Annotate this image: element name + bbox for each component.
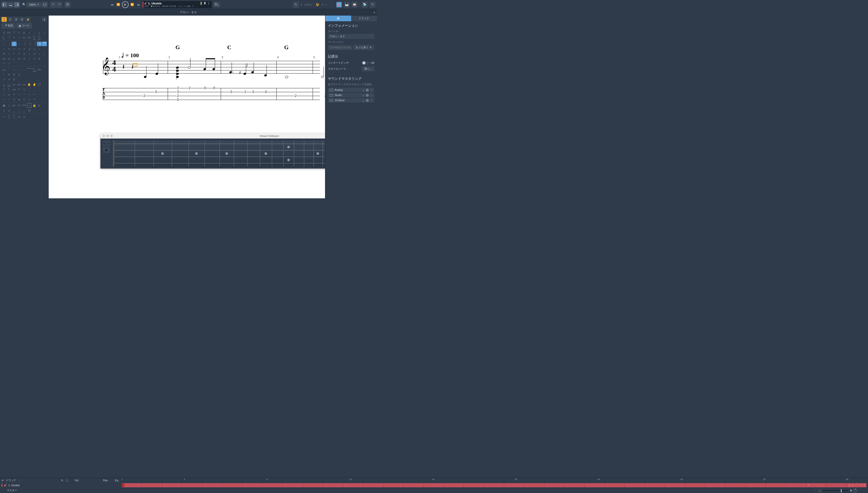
copy-tool[interactable]: ⎘ xyxy=(37,103,42,108)
chords-button[interactable]: ▦ コード xyxy=(16,23,32,28)
doubleflat-tool[interactable]: 𝄫 xyxy=(2,51,6,56)
multivoice-button[interactable]: ⚡ xyxy=(25,17,30,22)
grace2-tool[interactable]: ♫ xyxy=(32,47,37,51)
forward-button[interactable]: ⏩ xyxy=(130,2,135,7)
tuner-button[interactable]: 📡 xyxy=(362,2,368,7)
tablature-staff[interactable]: T A B 23023220032302202320 xyxy=(103,88,320,100)
sixteenth-note[interactable]: 𝅘𝅥𝅯 xyxy=(22,42,27,46)
bend-down-tool[interactable]: < xyxy=(2,97,6,102)
tie-tool[interactable]: ⁀ xyxy=(42,42,47,46)
staccato-tool[interactable]: · xyxy=(17,68,22,72)
left-hand-tool[interactable]: ✋ xyxy=(27,82,32,87)
whole-note[interactable] xyxy=(285,76,289,79)
more-icon[interactable]: ⋮ xyxy=(370,94,373,97)
timesig-tool[interactable]: 𝄚 xyxy=(12,30,17,35)
tab-fret-number[interactable]: 3 xyxy=(155,90,157,94)
track-info-display[interactable]: 🎸 1. Ukulele ⏳ 🎚 ⋮ 1/37 4.0:4.0 00:00 / … xyxy=(142,1,212,8)
barline-tool[interactable]: ‖ xyxy=(22,30,27,35)
barre-tool[interactable]: BV xyxy=(12,103,17,108)
semitone-up[interactable]: ↑ xyxy=(37,51,42,56)
beam2-tool[interactable]: ♬ xyxy=(7,108,12,113)
fretboard-prev-button[interactable]: < xyxy=(103,141,106,146)
tab-fret-number[interactable]: 2 xyxy=(294,94,297,98)
thirtysecond-note[interactable]: 𝅘𝅥𝅰 xyxy=(27,42,32,46)
section-tool[interactable]: ⎣ xyxy=(2,36,6,40)
staccatissimo-tool[interactable]: ˅ xyxy=(2,72,6,77)
more-button[interactable]: もっと多く ▼ xyxy=(353,45,374,50)
effect-dropdown-icon[interactable]: ⌄ xyxy=(362,94,364,97)
dot-tool[interactable]: • xyxy=(2,47,6,51)
slash-tool[interactable]: ⁄ xyxy=(32,30,37,35)
whole-note[interactable]: 𝅝 xyxy=(2,42,6,46)
nat-harmonic-tool[interactable]: ● xyxy=(17,97,22,102)
vibrato-tool[interactable]: 〰 xyxy=(27,92,32,97)
voice-2-button[interactable]: 2 xyxy=(7,17,13,22)
effect-10band[interactable]: 〰 10-Band ⌄ ⏻ ⋮ xyxy=(328,98,374,103)
flag-tool[interactable]: ⚐ xyxy=(17,87,22,92)
rewind-button[interactable]: ⏪ xyxy=(116,2,121,7)
tab-fret-number[interactable]: 2 xyxy=(324,94,325,98)
tool-b[interactable]: ⁝ xyxy=(42,30,47,35)
crescendo-tool[interactable]: < xyxy=(2,61,6,66)
chord-diagram-tool[interactable]: ▦ xyxy=(2,103,6,108)
repeat-tool[interactable]: ⦀ xyxy=(17,30,22,35)
dead-note-tool[interactable]: ✕ xyxy=(7,72,12,77)
dyn-fff[interactable]: fff xyxy=(37,57,42,61)
close-dot[interactable] xyxy=(103,135,105,137)
voice-1-button[interactable]: 1 xyxy=(2,17,7,22)
finger-tool[interactable]: ◯ xyxy=(37,82,42,87)
rasg-text[interactable]: rasg. xyxy=(12,87,17,92)
mordent-tool[interactable]: ∿ xyxy=(12,92,17,97)
tool-f[interactable]: ⇆ xyxy=(27,108,32,113)
eighth-note[interactable]: ♪ xyxy=(17,42,22,46)
dyn-pp[interactable]: pp xyxy=(7,57,12,61)
bend-up-tool[interactable]: > xyxy=(7,97,12,102)
view-keyboard-button[interactable]: 🎹 xyxy=(344,2,350,7)
voice-4-button[interactable]: 4 xyxy=(19,17,25,22)
box-text-tool[interactable]: A xyxy=(27,103,32,108)
text-tool[interactable]: TXT xyxy=(22,103,27,108)
tab-fret-number[interactable]: 2 xyxy=(188,86,191,90)
dyn-f[interactable]: f xyxy=(27,57,32,61)
keysig-tool[interactable]: ♯♯♯ xyxy=(7,30,12,35)
beam-tool[interactable]: ♫ xyxy=(2,108,6,113)
rest-tool[interactable]: 𝄽 xyxy=(37,42,42,46)
timer-tool[interactable]: 2:51 xyxy=(17,103,22,108)
voice-dropdown[interactable]: ▾ xyxy=(42,17,47,22)
arpeggio-tool[interactable]: ⇝ xyxy=(7,78,12,82)
alt-tool[interactable]: × xyxy=(27,51,32,56)
coda-tool[interactable]: 𝄌 xyxy=(17,36,22,40)
tab-song[interactable]: 曲 xyxy=(325,16,351,21)
tab-fret-number[interactable]: 3 xyxy=(230,90,232,94)
power-icon[interactable]: ⏻ xyxy=(366,94,369,97)
automation-bars2[interactable]: ıılı xyxy=(22,114,27,119)
double-dot-tool[interactable]: •• xyxy=(7,47,12,51)
maximize-dot[interactable] xyxy=(110,135,113,137)
tuning-fork-icon[interactable]: 🔱 xyxy=(316,3,319,6)
sixtyfourth-note[interactable]: 𝅘𝅥𝅱 xyxy=(32,42,37,46)
pop-tool[interactable]: pop xyxy=(22,82,27,87)
tool-d[interactable]: ⎯ xyxy=(17,108,22,113)
rasg-tool[interactable]: ⇕ xyxy=(12,78,17,82)
panel-bottom-toggle[interactable] xyxy=(8,2,14,7)
title-input[interactable] xyxy=(328,34,374,39)
grace1-tool[interactable]: ♬ xyxy=(27,47,32,51)
turn-tool[interactable]: ∼ xyxy=(17,92,22,97)
automation-eq[interactable]: ♩= xyxy=(2,114,6,119)
marcato-tool[interactable]: > xyxy=(12,68,17,72)
tremolo-bar-tool[interactable]: ⤵ xyxy=(27,97,32,102)
tab-fret-number[interactable]: 3 xyxy=(252,90,254,94)
fretboard-next-button[interactable]: > xyxy=(107,141,110,146)
tool-a[interactable]: ⤴ xyxy=(37,30,42,35)
pick-down-tool[interactable]: ⊓ xyxy=(12,72,17,77)
slash-note-tool[interactable]: ⧸ xyxy=(7,103,12,108)
effect-studio[interactable]: 〰 Studio ⌄ ⏻ ⋮ xyxy=(328,93,374,98)
tab-fret-number[interactable]: 0 xyxy=(265,90,267,94)
alt2-tool[interactable]: ♭♯ xyxy=(32,51,37,56)
power-icon[interactable]: ⏻ xyxy=(366,89,369,91)
wide-vibrato-tool[interactable]: 〰 xyxy=(32,92,37,97)
accent-tool[interactable]: ˄ xyxy=(7,68,12,72)
artist-input[interactable] xyxy=(328,45,352,50)
view-fretboard-button[interactable]: 🎸 xyxy=(336,2,342,7)
flat-tool[interactable]: ♭ xyxy=(7,51,12,56)
